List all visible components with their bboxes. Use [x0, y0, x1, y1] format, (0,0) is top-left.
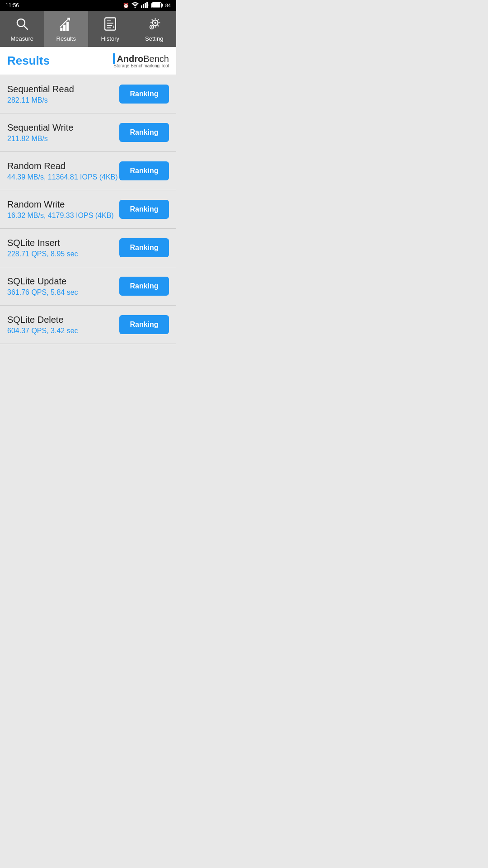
result-info: SQLite Delete 604.37 QPS, 3.42 sec — [7, 315, 119, 335]
tab-measure[interactable]: Measure — [0, 11, 44, 47]
result-value: 16.32 MB/s, 4179.33 IOPS (4KB) — [7, 212, 119, 220]
result-value: 211.82 MB/s — [7, 135, 119, 143]
table-row: Random Write 16.32 MB/s, 4179.33 IOPS (4… — [0, 190, 176, 229]
result-value: 604.37 QPS, 3.42 sec — [7, 327, 119, 335]
table-row: Random Read 44.39 MB/s, 11364.81 IOPS (4… — [0, 152, 176, 190]
result-info: SQLite Insert 228.71 QPS, 8.95 sec — [7, 238, 119, 258]
status-time: 11:56 — [5, 2, 19, 9]
clock-icon: ⏰ — [123, 3, 129, 9]
ranking-button[interactable]: Ranking — [119, 277, 169, 296]
brand-name: AndroBench — [113, 53, 169, 64]
results-page-title: Results — [7, 54, 50, 68]
result-value: 361.76 QPS, 5.84 sec — [7, 288, 119, 297]
result-list: Sequential Read 282.11 MB/s Ranking Sequ… — [0, 75, 176, 344]
svg-rect-11 — [61, 28, 63, 31]
ranking-button[interactable]: Ranking — [119, 315, 169, 334]
battery-level: 84 — [165, 3, 171, 8]
status-bar: 11:56 ⏰ 4G — [0, 0, 176, 11]
svg-rect-13 — [66, 22, 69, 31]
result-value: 228.71 QPS, 8.95 sec — [7, 250, 119, 258]
table-row: SQLite Update 361.76 QPS, 5.84 sec Ranki… — [0, 267, 176, 306]
measure-icon — [14, 16, 30, 33]
svg-point-0 — [134, 7, 136, 8]
brand-bar — [113, 53, 115, 64]
wifi-icon — [131, 2, 139, 9]
brand-logo: AndroBench Storage Benchmarking Tool — [113, 53, 169, 68]
svg-rect-1 — [141, 5, 142, 8]
ranking-button[interactable]: Ranking — [119, 85, 169, 104]
svg-rect-3 — [145, 3, 146, 8]
result-name: SQLite Delete — [7, 315, 119, 325]
battery-icon — [151, 2, 163, 9]
tab-results[interactable]: Results — [44, 11, 89, 47]
result-info: Sequential Write 211.82 MB/s — [7, 123, 119, 143]
brand-subtitle: Storage Benchmarking Tool — [113, 63, 169, 68]
svg-text:4G: 4G — [148, 4, 149, 6]
results-icon — [58, 16, 74, 33]
result-info: SQLite Update 361.76 QPS, 5.84 sec — [7, 276, 119, 297]
result-value: 44.39 MB/s, 11364.81 IOPS (4KB) — [7, 173, 119, 181]
results-header: Results AndroBench Storage Benchmarking … — [0, 47, 176, 75]
table-row: SQLite Insert 228.71 QPS, 8.95 sec Ranki… — [0, 229, 176, 267]
ranking-button[interactable]: Ranking — [119, 123, 169, 142]
tab-setting-label: Setting — [145, 35, 163, 42]
result-name: Sequential Write — [7, 123, 119, 133]
brand-bold: AndroBench — [117, 54, 169, 64]
svg-point-23 — [151, 26, 152, 28]
result-name: Sequential Read — [7, 84, 119, 94]
result-name: Random Write — [7, 199, 119, 210]
setting-icon — [146, 16, 162, 33]
tab-history-label: History — [101, 35, 119, 42]
status-icons: ⏰ 4G — [123, 2, 171, 9]
tab-measure-label: Measure — [10, 35, 33, 42]
ranking-button[interactable]: Ranking — [119, 200, 169, 219]
result-info: Sequential Read 282.11 MB/s — [7, 84, 119, 104]
signal-icon: 4G — [141, 2, 149, 9]
result-info: Random Read 44.39 MB/s, 11364.81 IOPS (4… — [7, 161, 119, 181]
svg-rect-2 — [143, 4, 144, 8]
tab-results-label: Results — [56, 35, 76, 42]
result-name: SQLite Update — [7, 276, 119, 287]
ranking-button[interactable]: Ranking — [119, 238, 169, 257]
svg-rect-4 — [146, 2, 148, 8]
result-value: 282.11 MB/s — [7, 96, 119, 104]
result-name: SQLite Insert — [7, 238, 119, 248]
svg-rect-8 — [152, 3, 160, 7]
svg-line-10 — [23, 25, 28, 29]
svg-point-21 — [155, 22, 156, 24]
result-info: Random Write 16.32 MB/s, 4179.33 IOPS (4… — [7, 199, 119, 220]
navigation-tabs: Measure Results — [0, 11, 176, 47]
svg-rect-7 — [162, 4, 163, 6]
table-row: SQLite Delete 604.37 QPS, 3.42 sec Ranki… — [0, 306, 176, 344]
table-row: Sequential Write 211.82 MB/s Ranking — [0, 113, 176, 152]
table-row: Sequential Read 282.11 MB/s Ranking — [0, 75, 176, 113]
ranking-button[interactable]: Ranking — [119, 161, 169, 180]
tab-setting[interactable]: Setting — [132, 11, 177, 47]
tab-history[interactable]: History — [88, 11, 132, 47]
result-name: Random Read — [7, 161, 119, 171]
history-icon — [103, 16, 118, 33]
svg-rect-12 — [63, 24, 66, 31]
